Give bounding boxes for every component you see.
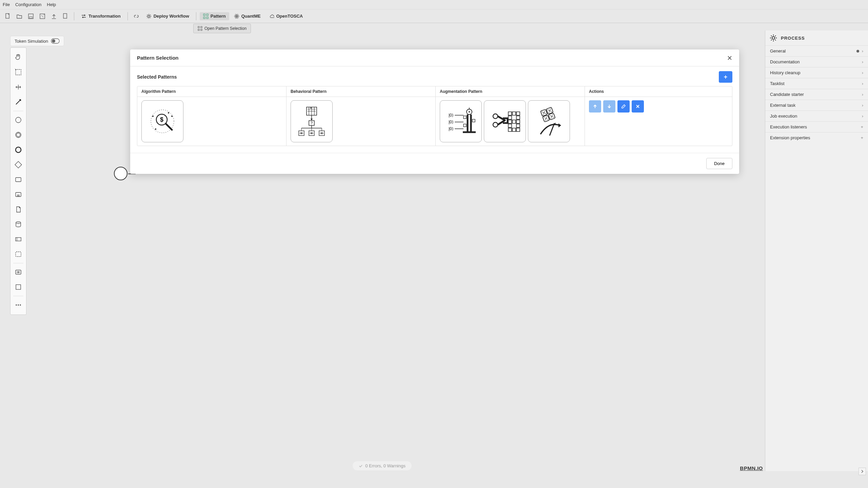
svg-rect-106	[508, 116, 512, 119]
pattern-tab[interactable]: Pattern	[200, 12, 229, 20]
start-event-tool[interactable]	[12, 114, 24, 126]
pattern-table-header: Algorithm Pattern Behavioral Pattern Aug…	[137, 86, 732, 97]
more-tools[interactable]	[12, 299, 24, 311]
props-job-execution[interactable]: Job execution›	[765, 110, 868, 121]
collapse-panel-button[interactable]	[859, 468, 866, 475]
svg-rect-113	[508, 128, 512, 131]
pattern-subtoolbar: Open Pattern Selection	[193, 24, 251, 33]
props-candidate-starter[interactable]: Candidate starter›	[765, 89, 868, 100]
open-pattern-selection-button[interactable]: Open Pattern Selection	[193, 24, 251, 33]
props-external-task[interactable]: External task›	[765, 100, 868, 110]
behavioral-pattern-card[interactable]: + ?	[291, 100, 333, 142]
lasso-tool[interactable]	[12, 66, 24, 78]
save-button[interactable]	[26, 11, 36, 21]
more-icon	[15, 301, 22, 309]
svg-line-55	[771, 36, 772, 36]
task-tool[interactable]	[12, 174, 24, 186]
remove-button[interactable]	[632, 100, 644, 113]
svg-rect-42	[16, 252, 21, 257]
transformation-icon	[81, 14, 86, 19]
augmentation-pattern-3-icon	[532, 104, 566, 138]
menu-configuration[interactable]: Configuration	[15, 2, 41, 7]
svg-point-66	[168, 112, 169, 114]
modal-footer: Done	[130, 153, 739, 174]
save-as-icon	[39, 13, 45, 19]
augmentation-pattern-card-1[interactable]: |0⟩ |0⟩ |0⟩	[440, 100, 482, 142]
props-history-cleanup[interactable]: History cleanup›	[765, 67, 868, 78]
upload-button[interactable]	[49, 11, 59, 21]
props-general[interactable]: General ›	[765, 45, 868, 56]
cell-algorithm: $	[137, 97, 287, 146]
bpmn-start-event[interactable]	[114, 167, 127, 180]
done-button[interactable]: Done	[706, 158, 732, 169]
menu-help[interactable]: Help	[47, 2, 56, 7]
svg-rect-103	[508, 112, 512, 115]
props-tasklist[interactable]: Tasklist›	[765, 78, 868, 89]
svg-point-48	[18, 304, 19, 306]
svg-rect-24	[198, 29, 199, 30]
svg-rect-25	[201, 29, 202, 30]
props-history-cleanup-label: History cleanup	[770, 70, 801, 75]
opentosca-icon	[269, 14, 274, 19]
svg-rect-110	[516, 120, 520, 123]
svg-text:?: ?	[311, 121, 313, 125]
text-annotation-tool[interactable]	[12, 281, 24, 293]
menu-file[interactable]: File	[3, 2, 10, 7]
algorithm-pattern-icon: $	[145, 106, 179, 137]
edit-button[interactable]	[617, 100, 630, 113]
algorithm-pattern-card[interactable]: $	[141, 100, 183, 142]
svg-rect-17	[206, 17, 208, 19]
props-execution-listeners[interactable]: Execution listeners+	[765, 121, 868, 132]
space-tool[interactable]	[12, 81, 24, 93]
open-file-button[interactable]	[14, 11, 24, 21]
group-tool[interactable]	[12, 248, 24, 260]
quantme-tab[interactable]: QuantME	[231, 12, 264, 20]
folder-open-icon	[16, 13, 22, 19]
text-annotation-icon	[15, 283, 22, 291]
props-external-task-label: External task	[770, 103, 795, 108]
augmentation-pattern-2-icon	[488, 104, 522, 138]
augmentation-pattern-card-2[interactable]	[484, 100, 526, 142]
save-as-button[interactable]	[37, 11, 47, 21]
data-store-tool[interactable]	[12, 218, 24, 230]
svg-point-47	[16, 304, 17, 306]
export-button[interactable]	[60, 11, 71, 21]
move-up-button[interactable]	[589, 100, 601, 113]
end-event-tool[interactable]	[12, 144, 24, 156]
deploy-workflow-button[interactable]: Deploy Workflow	[143, 12, 193, 20]
hand-icon	[15, 54, 22, 61]
augmentation-pattern-card-3[interactable]	[528, 100, 570, 142]
svg-rect-33	[15, 161, 22, 168]
props-documentation[interactable]: Documentation›	[765, 56, 868, 67]
global-connect-tool[interactable]	[12, 96, 24, 108]
upload-icon	[51, 13, 57, 19]
opentosca-tab[interactable]: OpenTOSCA	[265, 12, 307, 20]
plus-icon: +	[861, 135, 863, 140]
svg-rect-46	[16, 285, 21, 289]
transformation-button[interactable]: Transformation	[78, 12, 124, 20]
intermediate-event-tool[interactable]	[12, 129, 24, 141]
svg-rect-108	[508, 120, 512, 123]
props-job-execution-label: Job execution	[770, 114, 797, 119]
quantum-task-tool[interactable]	[12, 266, 24, 278]
pattern-tab-label: Pattern	[211, 14, 226, 19]
move-down-button[interactable]	[603, 100, 615, 113]
data-object-tool[interactable]	[12, 203, 24, 216]
new-file-button[interactable]	[3, 11, 13, 21]
props-extension-properties[interactable]: Extension properties+	[765, 132, 868, 143]
error-status[interactable]: 0 Errors, 0 Warnings	[353, 461, 412, 470]
open-pattern-selection-icon	[198, 26, 202, 31]
svg-line-58	[775, 36, 776, 36]
hand-tool[interactable]	[12, 51, 24, 63]
svg-text:|0⟩: |0⟩	[449, 126, 454, 131]
pattern-selection-modal: Pattern Selection Selected Patterns + Al…	[130, 49, 739, 174]
svg-point-84	[301, 133, 302, 134]
token-simulation-toggle[interactable]: Token Simulation	[10, 36, 64, 46]
link-button[interactable]	[131, 11, 141, 21]
gateway-tool[interactable]	[12, 159, 24, 171]
subprocess-tool[interactable]	[12, 188, 24, 201]
add-pattern-button[interactable]: +	[719, 71, 732, 83]
participant-tool[interactable]	[12, 233, 24, 245]
bpmn-io-brand[interactable]: BPMN.IO	[740, 465, 763, 471]
modal-close-button[interactable]	[727, 55, 732, 61]
